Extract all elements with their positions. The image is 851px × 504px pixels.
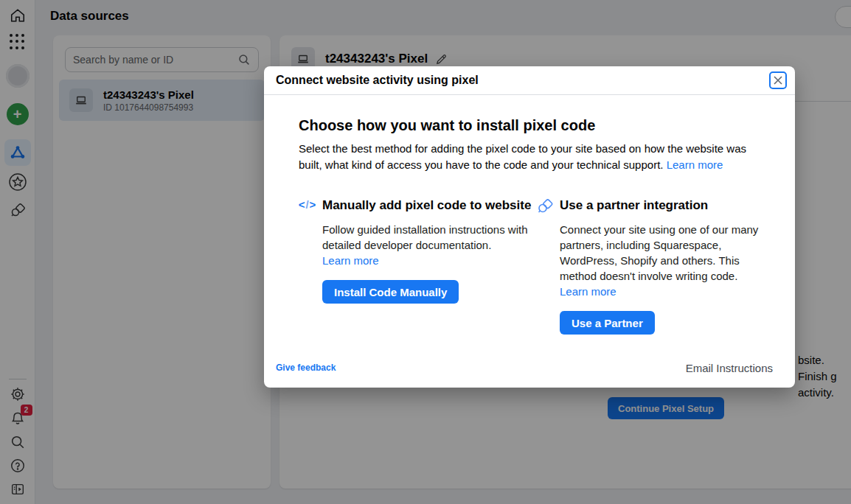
option-partner-integration: Use a partner integration Connect your s… <box>536 197 774 335</box>
option-title: Use a partner integration <box>560 197 774 214</box>
learn-more-link[interactable]: Learn more <box>667 158 723 171</box>
option-manual-install: </> Manually add pixel code to website F… <box>299 197 536 335</box>
close-icon <box>773 75 783 85</box>
connect-pixel-modal: Connect website activity using pixel Cho… <box>264 66 795 388</box>
option-title: Manually add pixel code to website <box>322 197 536 214</box>
code-brackets-icon: </> <box>299 197 316 335</box>
modal-footer: Give feedback Email Instructions <box>264 352 795 388</box>
option-description: Connect your site using one of our many … <box>560 222 774 284</box>
install-code-manually-button[interactable]: Install Code Manually <box>322 280 459 304</box>
modal-heading: Choose how you want to install pixel cod… <box>299 117 773 134</box>
option-description: Follow guided installation instructions … <box>322 222 536 253</box>
email-instructions-button[interactable]: Email Instructions <box>686 362 773 374</box>
use-a-partner-button[interactable]: Use a Partner <box>560 311 655 335</box>
give-feedback-link[interactable]: Give feedback <box>276 363 336 373</box>
partner-handshake-icon <box>536 197 554 335</box>
close-button[interactable] <box>769 71 787 89</box>
learn-more-link[interactable]: Learn more <box>322 254 379 267</box>
learn-more-link[interactable]: Learn more <box>560 285 616 298</box>
modal-description: Select the best method for adding the pi… <box>299 141 760 173</box>
modal-title: Connect website activity using pixel <box>276 74 479 87</box>
